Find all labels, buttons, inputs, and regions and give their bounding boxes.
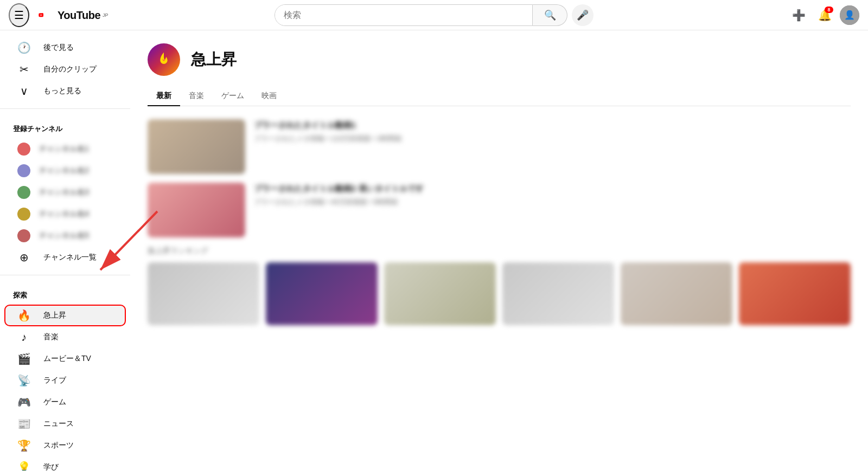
channel-name-5: チャンネル名5 [39, 231, 89, 241]
tab-gaming[interactable]: ゲーム [213, 87, 253, 106]
sidebar-label-live: ライブ [43, 376, 66, 385]
create-icon: ➕ [792, 9, 806, 22]
trending-grid-item-1[interactable] [148, 262, 259, 325]
learning-icon: 💡 [17, 461, 30, 471]
trending-icon: 🔥 [17, 309, 30, 322]
sidebar-label-movies: ムービー＆TV [43, 354, 91, 364]
notifications-button[interactable]: 🔔 8 [814, 4, 835, 26]
trending-grid-item-6[interactable] [739, 262, 851, 325]
sidebar-channel-1[interactable]: チャンネル名1 [4, 138, 126, 160]
channel-avatar-3 [17, 186, 30, 199]
channel-name-4: チャンネル名4 [39, 209, 89, 219]
sidebar-item-gaming[interactable]: 🎮 ゲーム [4, 391, 126, 413]
sidebar-label-music: 音楽 [43, 332, 59, 342]
channel-name-2: チャンネル名2 [39, 166, 89, 176]
scissors-icon: ✂ [17, 63, 30, 76]
tabs: 最新 音楽 ゲーム 映画 [148, 87, 851, 106]
sidebar-item-learning[interactable]: 💡 学び [4, 456, 126, 471]
search-input[interactable] [275, 5, 532, 25]
section-title-channels: 登録チャンネル [0, 115, 130, 138]
sidebar-item-watch-later[interactable]: 🕐 後で見る [4, 37, 126, 59]
sidebar-label-clips: 自分のクリップ [43, 64, 97, 74]
channel-avatar-5 [17, 229, 30, 242]
grid-thumbnail-4 [502, 262, 614, 325]
chevron-down-icon: ∨ [17, 85, 30, 98]
video-list-item-1[interactable]: ブラーされたタイトル動画1 ブラーされたメタ情報 • 123万回視聴 • 2時間… [148, 119, 851, 174]
main-content: 急上昇 最新 音楽 ゲーム 映画 ブラーされたタイトル動画1 ブラーされたメタ情… [130, 30, 868, 471]
flame-icon [155, 51, 173, 68]
sports-icon: 🏆 [17, 439, 30, 452]
trending-logo-inner [155, 51, 173, 68]
sidebar-channel-5[interactable]: チャンネル名5 [4, 225, 126, 247]
account-button[interactable]: 👤 [840, 5, 859, 25]
sidebar-item-live[interactable]: 📡 ライブ [4, 370, 126, 391]
section-title-explore: 探索 [0, 282, 130, 305]
grid-thumbnail-6 [739, 262, 851, 325]
sidebar: 🕐 後で見る ✂ 自分のクリップ ∨ もっと見る 登録チャンネル チャンネル名1… [0, 30, 130, 471]
hamburger-menu-button[interactable]: ☰ [9, 3, 29, 27]
page-header: 急上昇 [148, 43, 851, 76]
grid-thumbnail-5 [621, 262, 732, 325]
channel-name-1: チャンネル名1 [39, 144, 89, 154]
voice-search-button[interactable]: 🎤 [572, 4, 593, 26]
avatar: 👤 [840, 5, 859, 25]
notification-badge: 8 [825, 7, 833, 13]
trending-grid-item-2[interactable] [266, 262, 378, 325]
sidebar-channel-2[interactable]: チャンネル名2 [4, 160, 126, 182]
search-icon: 🔍 [544, 9, 556, 21]
plus-circle-icon: ⊕ [17, 251, 30, 264]
trending-grid-item-4[interactable] [502, 262, 614, 325]
sidebar-item-trending[interactable]: 🔥 急上昇 [4, 305, 126, 326]
header-center: 🔍 🎤 [139, 4, 729, 26]
header-left: ☰ YouTubeJP [9, 3, 139, 27]
logo-area[interactable]: YouTubeJP [38, 9, 108, 21]
logo-jp: JP [103, 12, 108, 18]
sidebar-item-music[interactable]: ♪ 音楽 [4, 326, 126, 348]
sidebar-item-movies[interactable]: 🎬 ムービー＆TV [4, 348, 126, 370]
section-label-trending: 急上昇ランキング [148, 246, 851, 256]
page-title: 急上昇 [191, 49, 237, 70]
video-info-2: ブラーされたタイトル動画2 長いタイトルです ブラーされたメタ情報 • 45万回… [254, 183, 851, 207]
sidebar-divider-2 [0, 275, 130, 275]
video-meta-2: ブラーされたメタ情報 • 45万回視聴 • 5時間前 [254, 197, 851, 207]
music-icon: ♪ [17, 331, 30, 344]
trending-grid [148, 262, 851, 325]
trending-grid-item-5[interactable] [621, 262, 732, 325]
sidebar-item-more[interactable]: ∨ もっと見る [4, 80, 126, 102]
sidebar-label-channel-list: チャンネル一覧 [43, 253, 97, 262]
search-input-wrap [275, 4, 533, 26]
news-icon: 📰 [17, 417, 30, 430]
grid-thumbnail-1 [148, 262, 259, 325]
create-button[interactable]: ➕ [788, 4, 809, 26]
sidebar-label-learning: 学び [43, 462, 59, 471]
channel-name-3: チャンネル名3 [39, 188, 89, 197]
tab-music[interactable]: 音楽 [180, 87, 213, 106]
gaming-icon: 🎮 [17, 396, 30, 409]
sidebar-channel-3[interactable]: チャンネル名3 [4, 182, 126, 203]
video-list-item-2[interactable]: ブラーされたタイトル動画2 長いタイトルです ブラーされたメタ情報 • 45万回… [148, 183, 851, 237]
grid-thumbnail-3 [384, 262, 496, 325]
tab-movies[interactable]: 映画 [253, 87, 285, 106]
movies-icon: 🎬 [17, 352, 30, 365]
sidebar-item-sports[interactable]: 🏆 スポーツ [4, 435, 126, 456]
search-button[interactable]: 🔍 [533, 4, 567, 26]
sidebar-item-clips[interactable]: ✂ 自分のクリップ [4, 59, 126, 80]
video-title-2: ブラーされたタイトル動画2 長いタイトルです [254, 183, 851, 194]
trending-grid-item-3[interactable] [384, 262, 496, 325]
sidebar-label-news: ニュース [43, 419, 74, 429]
search-form: 🔍 [275, 4, 567, 26]
grid-thumbnail-2 [266, 262, 378, 325]
channel-avatar-2 [17, 164, 30, 177]
sidebar-item-channel-list[interactable]: ⊕ チャンネル一覧 [4, 247, 126, 268]
sidebar-label-sports: スポーツ [43, 441, 74, 450]
sidebar-item-news[interactable]: 📰 ニュース [4, 413, 126, 435]
video-info-1: ブラーされたタイトル動画1 ブラーされたメタ情報 • 123万回視聴 • 2時間… [254, 119, 851, 144]
youtube-logo-icon [38, 9, 55, 21]
header-right: ➕ 🔔 8 👤 [729, 4, 859, 26]
layout: 🕐 後で見る ✂ 自分のクリップ ∨ もっと見る 登録チャンネル チャンネル名1… [0, 30, 868, 471]
trending-logo [148, 43, 180, 76]
sidebar-label-watch-later: 後で見る [43, 43, 74, 53]
tab-latest[interactable]: 最新 [148, 87, 180, 106]
sidebar-channel-4[interactable]: チャンネル名4 [4, 203, 126, 225]
video-title-1: ブラーされたタイトル動画1 [254, 119, 851, 131]
